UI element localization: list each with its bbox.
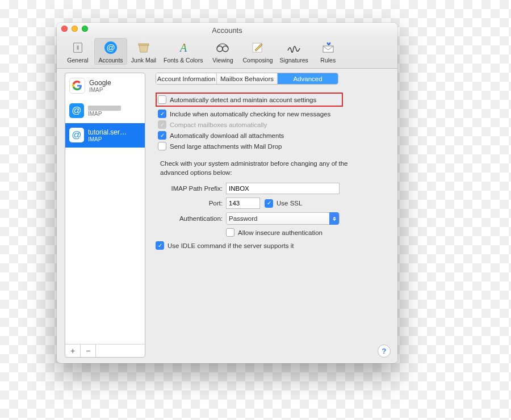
- imap-prefix-input[interactable]: [226, 183, 340, 194]
- toolbar: General @ Accounts Junk Mail A Fonts & C…: [57, 36, 397, 69]
- preferences-window: Accounts General @ Accounts Junk Mail A …: [57, 23, 397, 363]
- use-ssl-label: Use SSL: [277, 200, 302, 207]
- accounts-sidebar: Google IMAP @ IMAP @ tutorial.ser… IMAP: [65, 73, 145, 358]
- allow-insecure-checkbox[interactable]: [226, 228, 234, 237]
- svg-text:A: A: [179, 41, 187, 54]
- composing-icon: [250, 40, 266, 56]
- account-protocol: IMAP: [88, 111, 121, 117]
- settings-pane: Account Information Mailbox Behaviors Ad…: [145, 67, 397, 363]
- toolbar-viewing[interactable]: Viewing: [206, 38, 239, 65]
- toolbar-label: Rules: [320, 57, 336, 64]
- advanced-settings: Automatically detect and maintain accoun…: [156, 93, 387, 251]
- toolbar-accounts[interactable]: @ Accounts: [94, 38, 127, 65]
- toolbar-composing[interactable]: Composing: [239, 38, 276, 65]
- use-ssl-checkbox[interactable]: [265, 199, 273, 208]
- remove-account-button[interactable]: −: [81, 345, 96, 357]
- titlebar: Accounts: [57, 23, 397, 36]
- include-check-label: Include when automatically checking for …: [170, 111, 330, 117]
- toolbar-general[interactable]: General: [61, 38, 94, 65]
- google-icon: [69, 78, 85, 94]
- zoom-button[interactable]: [82, 26, 88, 32]
- close-button[interactable]: [61, 26, 68, 32]
- svg-text:@: @: [106, 43, 115, 52]
- at-icon: @: [69, 128, 84, 142]
- traffic-lights: [61, 26, 88, 32]
- at-icon: @: [69, 103, 84, 118]
- account-row-tutorial[interactable]: @ tutorial.ser… IMAP: [65, 123, 145, 148]
- add-account-button[interactable]: +: [65, 345, 81, 357]
- toolbar-label: General: [67, 57, 88, 64]
- maildrop-label: Send large attachments with Mail Drop: [170, 143, 282, 150]
- admin-warning: Check with your system administrator bef…: [160, 159, 353, 177]
- tab-account-info[interactable]: Account Information: [156, 73, 217, 84]
- help-button[interactable]: ?: [378, 345, 391, 358]
- tab-advanced[interactable]: Advanced: [278, 73, 338, 84]
- include-check-checkbox[interactable]: [158, 110, 166, 118]
- toolbar-junk[interactable]: Junk Mail: [127, 38, 160, 65]
- auth-label: Authentication:: [156, 215, 223, 222]
- accounts-icon: @: [103, 40, 119, 56]
- idle-checkbox[interactable]: [156, 241, 164, 250]
- account-protocol: IMAP: [89, 87, 111, 93]
- toolbar-label: Signatures: [280, 57, 308, 64]
- toolbar-rules[interactable]: Rules: [312, 38, 345, 65]
- svg-rect-1: [77, 45, 79, 49]
- chevron-updown-icon: [329, 212, 339, 225]
- tab-bar: Account Information Mailbox Behaviors Ad…: [156, 73, 338, 85]
- auth-value: Password: [229, 215, 258, 222]
- account-protocol: IMAP: [88, 136, 127, 142]
- toolbar-label: Fonts & Colors: [164, 57, 203, 64]
- toolbar-label: Junk Mail: [131, 57, 156, 64]
- accounts-list: Google IMAP @ IMAP @ tutorial.ser… IMAP: [65, 73, 145, 344]
- compact-checkbox: [158, 120, 166, 129]
- account-name: tutorial.ser…: [88, 128, 127, 136]
- download-attachments-checkbox[interactable]: [158, 131, 166, 140]
- idle-label: Use IDLE command if the server supports …: [167, 242, 294, 249]
- sidebar-footer: + −: [65, 344, 145, 357]
- imap-prefix-label: IMAP Path Prefix:: [156, 185, 223, 192]
- download-attachments-label: Automatically download all attachments: [170, 132, 284, 139]
- auth-select[interactable]: Password: [226, 212, 340, 225]
- allow-insecure-label: Allow insecure authentication: [238, 229, 322, 236]
- toolbar-label: Viewing: [212, 57, 233, 64]
- maildrop-checkbox[interactable]: [158, 142, 166, 150]
- window-title: Accounts: [61, 26, 393, 35]
- account-name-redacted: [88, 106, 121, 111]
- auto-detect-label: Automatically detect and maintain accoun…: [170, 96, 316, 103]
- junk-icon: [136, 40, 152, 56]
- content-area: Google IMAP @ IMAP @ tutorial.ser… IMAP: [57, 67, 397, 363]
- auto-detect-checkbox[interactable]: [158, 95, 166, 104]
- compact-label: Compact mailboxes automatically: [170, 121, 267, 128]
- toolbar-label: Composing: [242, 57, 273, 64]
- toolbar-fonts[interactable]: A Fonts & Colors: [160, 38, 206, 65]
- signatures-icon: [286, 40, 302, 56]
- toolbar-label: Accounts: [98, 57, 123, 64]
- account-name: Google: [89, 79, 111, 87]
- fonts-icon: A: [175, 40, 191, 56]
- viewing-icon: [215, 40, 231, 56]
- toolbar-signatures[interactable]: Signatures: [277, 38, 312, 65]
- highlighted-setting: Automatically detect and maintain accoun…: [156, 93, 343, 107]
- svg-rect-4: [139, 44, 149, 45]
- tab-mailbox-behaviors[interactable]: Mailbox Behaviors: [217, 73, 278, 84]
- port-input[interactable]: [226, 198, 260, 209]
- account-row-imap[interactable]: @ IMAP: [65, 99, 145, 123]
- general-icon: [70, 40, 86, 56]
- port-label: Port:: [156, 200, 223, 207]
- minimize-button[interactable]: [72, 26, 78, 32]
- account-row-google[interactable]: Google IMAP: [65, 73, 145, 99]
- rules-icon: [320, 40, 336, 56]
